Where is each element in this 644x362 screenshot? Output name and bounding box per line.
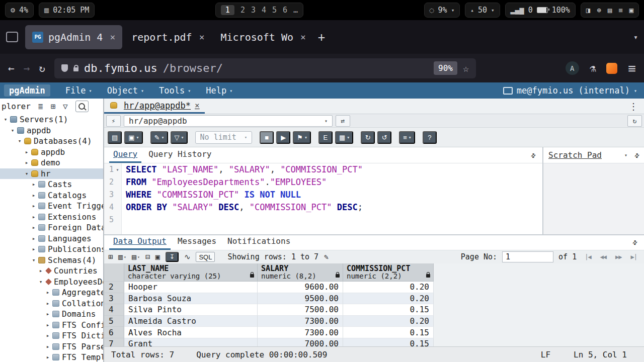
stop-button[interactable]: ■ bbox=[260, 131, 274, 144]
chevron-right-icon[interactable]: ▸ bbox=[44, 300, 51, 307]
reload-button[interactable]: ↻ bbox=[39, 62, 45, 74]
pager-page-4[interactable]: 4 bbox=[262, 6, 266, 15]
servers-stack-icon[interactable]: ≣ bbox=[38, 102, 43, 111]
list-all-tabs-icon[interactable]: ▾ bbox=[633, 33, 638, 42]
chevron-right-icon[interactable]: ▸ bbox=[30, 246, 37, 252]
zoom-level-badge[interactable]: 90% bbox=[434, 61, 457, 75]
network-speed-pill[interactable]: ▴ 50 ▾ bbox=[465, 3, 500, 18]
system-tray[interactable]: ◨ ⊕ ▤ ≡ ▣ bbox=[581, 3, 639, 18]
edit-range-icon[interactable]: ✎ bbox=[324, 252, 329, 261]
save-button[interactable]: ▣▾ bbox=[124, 131, 142, 144]
row-number-cell[interactable]: 4 bbox=[104, 304, 124, 316]
hamburger-menu-icon[interactable]: ≡ bbox=[628, 61, 636, 76]
pager-page-5[interactable]: 5 bbox=[272, 6, 277, 15]
chevron-down-icon[interactable]: ▾ bbox=[2, 116, 9, 123]
chevron-right-icon[interactable]: ▸ bbox=[44, 354, 51, 360]
tab-query[interactable]: Query bbox=[109, 147, 141, 163]
chevron-right-icon[interactable]: ▸ bbox=[30, 214, 37, 220]
chevron-down-icon[interactable]: ▾ bbox=[16, 138, 23, 144]
sql-button[interactable]: SQL bbox=[196, 252, 215, 262]
tree-item-domains[interactable]: ▸Domains bbox=[0, 309, 103, 320]
macros-button[interactable]: ≡▾ bbox=[399, 131, 415, 144]
chevron-down-icon[interactable]: ▾ bbox=[624, 152, 627, 158]
table-cell[interactable]: 0.15 bbox=[343, 304, 434, 316]
refresh-layout-button[interactable]: ↻ bbox=[627, 115, 642, 127]
chevron-right-icon[interactable]: ▸ bbox=[44, 332, 51, 339]
tree-item-hr[interactable]: ▾hr bbox=[0, 168, 103, 179]
table-cell[interactable]: 0.15 bbox=[343, 338, 434, 346]
download-button[interactable]: ↧ bbox=[166, 252, 179, 262]
row-number-cell[interactable]: 2 bbox=[104, 282, 124, 293]
chevron-right-icon[interactable]: ▸ bbox=[44, 322, 51, 328]
clock-pill[interactable]: ▥ 02:05 PM bbox=[39, 3, 95, 18]
table-cell[interactable]: Barbosa Souza bbox=[124, 293, 258, 305]
column-header-salary[interactable]: SALARYnumeric (8,2) bbox=[258, 263, 343, 282]
fold-chevron-icon[interactable]: ▾ bbox=[114, 163, 121, 176]
menu-tools[interactable]: Tools▾ bbox=[159, 85, 191, 96]
tab-query-history[interactable]: Query History bbox=[144, 147, 215, 163]
chevron-right-icon[interactable]: ▸ bbox=[44, 343, 51, 350]
filter-icon[interactable]: ▽ bbox=[63, 102, 68, 111]
new-connection-icon[interactable]: ⇄ bbox=[336, 115, 350, 127]
chevron-down-icon[interactable]: ▾ bbox=[30, 257, 37, 263]
connection-select[interactable]: hr/app@appdb ▾ bbox=[124, 115, 333, 127]
first-page-button[interactable]: |◀ bbox=[585, 253, 591, 260]
tree-item-foreign-data-wrappers[interactable]: ▸Foreign Data Wrappers bbox=[0, 222, 103, 233]
tree-item-fts-templates[interactable]: ▸FTS Templates bbox=[0, 352, 103, 362]
signal-battery-pill[interactable]: ▂▄▆ 0 100% bbox=[505, 3, 576, 18]
tree-item-servers-1[interactable]: ▾Servers(1) bbox=[0, 114, 103, 125]
tree-item-catalogs[interactable]: ▸Catalogs bbox=[0, 190, 103, 201]
tree-item-fts-configurations[interactable]: ▸FTS Configurations bbox=[0, 320, 103, 331]
chevron-right-icon[interactable]: ▸ bbox=[30, 203, 37, 209]
addon-icon-orange[interactable] bbox=[606, 63, 617, 74]
browser-tab-report-pdf[interactable]: report.pdf× bbox=[124, 25, 211, 49]
connection-status-icon[interactable]: ⚡ bbox=[106, 115, 121, 127]
save-data-button[interactable]: ▣ bbox=[155, 252, 160, 261]
chevron-right-icon[interactable]: ▸ bbox=[23, 159, 30, 166]
tree-item-appdb[interactable]: ▾appdb bbox=[0, 125, 103, 136]
menu-object[interactable]: Object▾ bbox=[107, 85, 144, 96]
edit-button[interactable]: ✎▾ bbox=[150, 131, 168, 144]
close-icon[interactable]: × bbox=[110, 32, 115, 42]
open-file-button[interactable]: ▤ bbox=[108, 131, 122, 144]
table-cell[interactable]: 7300.00 bbox=[258, 316, 343, 327]
pager-page-3[interactable]: 3 bbox=[251, 6, 256, 15]
table-cell[interactable]: Grant bbox=[124, 338, 258, 346]
copy-button[interactable]: ▥▾ bbox=[118, 252, 126, 261]
commit-button[interactable]: ↻ bbox=[361, 131, 375, 144]
explain-analyze-button[interactable]: ▦▾ bbox=[335, 131, 353, 144]
table-cell[interactable]: 0.20 bbox=[343, 293, 434, 305]
chevron-down-icon[interactable]: ▾ bbox=[37, 279, 44, 285]
url-bar[interactable]: db.fymio.us /browser/ 90% ☆ bbox=[54, 58, 476, 78]
account-avatar[interactable]: A bbox=[566, 61, 579, 75]
user-menu[interactable]: me@fymio.us (internal) ▾ bbox=[503, 85, 640, 96]
table-cell[interactable]: Hooper bbox=[124, 282, 258, 293]
tree-item-fts-parsers[interactable]: ▸FTS Parsers bbox=[0, 341, 103, 352]
tab-data-output[interactable]: Data Output bbox=[109, 234, 171, 250]
row-number-cell[interactable]: 6 bbox=[104, 327, 124, 338]
tree-item-schemas-4[interactable]: ▾Schemas(4) bbox=[0, 255, 103, 266]
chevron-right-icon[interactable]: ▸ bbox=[37, 267, 44, 274]
scratch-pad-body[interactable] bbox=[543, 163, 644, 234]
explain-button[interactable]: E bbox=[318, 131, 333, 144]
bookmark-star-icon[interactable]: ☆ bbox=[463, 62, 469, 74]
row-limit-select[interactable]: No limit▾ bbox=[195, 131, 253, 144]
eol-indicator[interactable]: LF bbox=[541, 350, 550, 359]
tree-item-publications[interactable]: ▸Publications bbox=[0, 244, 103, 255]
tree-item-employeesdepartments[interactable]: ▾EmployeesDepartments bbox=[0, 277, 103, 288]
table-cell[interactable]: 0.20 bbox=[343, 316, 434, 327]
table-cell[interactable]: 0.20 bbox=[343, 282, 434, 293]
extension-icon[interactable]: ⚗ bbox=[590, 62, 596, 74]
sql-editor[interactable]: 1▾2345 SELECT "LAST_NAME", "SALARY", "CO… bbox=[104, 163, 542, 234]
expand-panel-icon[interactable]: ⇄ bbox=[528, 150, 538, 160]
tree-item-appdb[interactable]: ▸appdb bbox=[0, 147, 103, 158]
pager-page-6[interactable]: 6 bbox=[283, 6, 287, 15]
tree-item-event-triggers[interactable]: ▸Event Triggers bbox=[0, 201, 103, 212]
pager-page-2[interactable]: 2 bbox=[240, 6, 245, 15]
table-cell[interactable]: 9500.00 bbox=[258, 293, 343, 305]
graph-visualiser-button[interactable]: ∿ bbox=[184, 252, 191, 261]
row-number-cell[interactable]: 3 bbox=[104, 293, 124, 305]
menu-help[interactable]: Help▾ bbox=[206, 85, 232, 96]
close-icon[interactable]: × bbox=[199, 32, 205, 42]
row-number-cell[interactable]: 5 bbox=[104, 316, 124, 327]
